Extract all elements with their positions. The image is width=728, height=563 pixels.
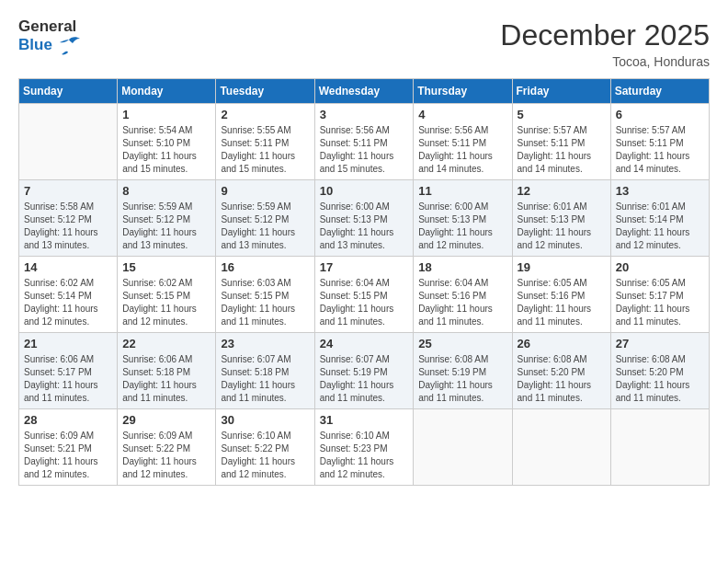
weekday-sunday: Sunday bbox=[19, 79, 118, 104]
day-number: 10 bbox=[320, 184, 409, 198]
day-info: Sunrise: 6:03 AM Sunset: 5:15 PM Dayligh… bbox=[221, 277, 309, 328]
table-row: 19Sunrise: 6:05 AM Sunset: 5:16 PM Dayli… bbox=[512, 257, 610, 333]
table-row: 25Sunrise: 6:08 AM Sunset: 5:19 PM Dayli… bbox=[414, 333, 512, 409]
day-number: 30 bbox=[221, 413, 309, 427]
day-number: 8 bbox=[122, 184, 210, 198]
weekday-saturday: Saturday bbox=[610, 79, 709, 104]
day-info: Sunrise: 6:08 AM Sunset: 5:19 PM Dayligh… bbox=[418, 353, 506, 405]
day-number: 20 bbox=[616, 260, 704, 274]
table-row: 13Sunrise: 6:01 AM Sunset: 5:14 PM Dayli… bbox=[610, 180, 709, 257]
weekday-friday: Friday bbox=[512, 79, 610, 104]
day-number: 29 bbox=[122, 413, 210, 427]
day-number: 13 bbox=[616, 184, 704, 198]
day-number: 25 bbox=[418, 337, 506, 350]
day-info: Sunrise: 5:57 AM Sunset: 5:11 PM Dayligh… bbox=[616, 124, 704, 176]
day-number: 27 bbox=[616, 337, 704, 350]
table-row: 14Sunrise: 6:02 AM Sunset: 5:14 PM Dayli… bbox=[19, 257, 118, 333]
table-row: 24Sunrise: 6:07 AM Sunset: 5:19 PM Dayli… bbox=[314, 333, 414, 409]
month-year-title: December 2025 bbox=[500, 18, 710, 52]
day-number: 15 bbox=[122, 260, 210, 274]
day-info: Sunrise: 5:59 AM Sunset: 5:12 PM Dayligh… bbox=[221, 201, 309, 252]
day-info: Sunrise: 6:02 AM Sunset: 5:14 PM Dayligh… bbox=[24, 277, 112, 328]
day-info: Sunrise: 5:55 AM Sunset: 5:11 PM Dayligh… bbox=[221, 124, 309, 176]
page-header: General Blue December 2025 Tocoa, Hondur… bbox=[18, 18, 710, 69]
day-info: Sunrise: 6:00 AM Sunset: 5:13 PM Dayligh… bbox=[320, 201, 409, 252]
day-number: 12 bbox=[518, 184, 606, 198]
calendar-week-4: 21Sunrise: 6:06 AM Sunset: 5:17 PM Dayli… bbox=[19, 333, 710, 409]
title-block: December 2025 Tocoa, Honduras bbox=[500, 18, 710, 69]
day-info: Sunrise: 6:06 AM Sunset: 5:17 PM Dayligh… bbox=[24, 353, 112, 405]
table-row: 10Sunrise: 6:00 AM Sunset: 5:13 PM Dayli… bbox=[314, 180, 414, 257]
table-row: 7Sunrise: 5:58 AM Sunset: 5:12 PM Daylig… bbox=[19, 180, 118, 257]
table-row: 2Sunrise: 5:55 AM Sunset: 5:11 PM Daylig… bbox=[216, 104, 314, 180]
day-info: Sunrise: 6:05 AM Sunset: 5:17 PM Dayligh… bbox=[616, 277, 704, 328]
day-info: Sunrise: 5:54 AM Sunset: 5:10 PM Dayligh… bbox=[122, 124, 210, 176]
day-number: 7 bbox=[24, 184, 112, 198]
logo-general: General bbox=[18, 18, 76, 36]
day-info: Sunrise: 5:59 AM Sunset: 5:12 PM Dayligh… bbox=[122, 201, 210, 252]
calendar-week-5: 28Sunrise: 6:09 AM Sunset: 5:21 PM Dayli… bbox=[19, 409, 710, 486]
table-row: 28Sunrise: 6:09 AM Sunset: 5:21 PM Dayli… bbox=[19, 409, 118, 486]
day-number: 2 bbox=[221, 108, 309, 121]
weekday-header-row: SundayMondayTuesdayWednesdayThursdayFrid… bbox=[19, 79, 710, 104]
day-info: Sunrise: 6:08 AM Sunset: 5:20 PM Dayligh… bbox=[518, 353, 606, 405]
day-number: 21 bbox=[24, 337, 112, 350]
table-row: 16Sunrise: 6:03 AM Sunset: 5:15 PM Dayli… bbox=[216, 257, 314, 333]
logo-icon: General Blue bbox=[18, 18, 82, 56]
table-row: 4Sunrise: 5:56 AM Sunset: 5:11 PM Daylig… bbox=[414, 104, 512, 180]
day-info: Sunrise: 6:05 AM Sunset: 5:16 PM Dayligh… bbox=[518, 277, 606, 328]
day-info: Sunrise: 6:06 AM Sunset: 5:18 PM Dayligh… bbox=[122, 353, 210, 405]
table-row: 6Sunrise: 5:57 AM Sunset: 5:11 PM Daylig… bbox=[610, 104, 709, 180]
day-number: 23 bbox=[221, 337, 309, 350]
weekday-wednesday: Wednesday bbox=[314, 79, 414, 104]
table-row: 12Sunrise: 6:01 AM Sunset: 5:13 PM Dayli… bbox=[512, 180, 610, 257]
day-number: 11 bbox=[418, 184, 506, 198]
day-number: 16 bbox=[221, 260, 309, 274]
day-info: Sunrise: 6:00 AM Sunset: 5:13 PM Dayligh… bbox=[418, 201, 506, 252]
table-row: 1Sunrise: 5:54 AM Sunset: 5:10 PM Daylig… bbox=[118, 104, 216, 180]
day-number: 18 bbox=[418, 260, 506, 274]
table-row: 31Sunrise: 6:10 AM Sunset: 5:23 PM Dayli… bbox=[314, 409, 414, 486]
day-info: Sunrise: 6:07 AM Sunset: 5:19 PM Dayligh… bbox=[320, 353, 409, 405]
day-number: 31 bbox=[320, 413, 409, 427]
table-row: 11Sunrise: 6:00 AM Sunset: 5:13 PM Dayli… bbox=[414, 180, 512, 257]
day-number: 4 bbox=[418, 108, 506, 121]
calendar-week-2: 7Sunrise: 5:58 AM Sunset: 5:12 PM Daylig… bbox=[19, 180, 710, 257]
table-row: 17Sunrise: 6:04 AM Sunset: 5:15 PM Dayli… bbox=[314, 257, 414, 333]
weekday-monday: Monday bbox=[118, 79, 216, 104]
day-number: 22 bbox=[122, 337, 210, 350]
day-info: Sunrise: 6:09 AM Sunset: 5:21 PM Dayligh… bbox=[24, 430, 112, 481]
day-info: Sunrise: 6:09 AM Sunset: 5:22 PM Dayligh… bbox=[122, 430, 210, 481]
table-row: 15Sunrise: 6:02 AM Sunset: 5:15 PM Dayli… bbox=[118, 257, 216, 333]
day-number: 28 bbox=[24, 413, 112, 427]
table-row: 9Sunrise: 5:59 AM Sunset: 5:12 PM Daylig… bbox=[216, 180, 314, 257]
day-info: Sunrise: 6:07 AM Sunset: 5:18 PM Dayligh… bbox=[221, 353, 309, 405]
day-info: Sunrise: 6:01 AM Sunset: 5:13 PM Dayligh… bbox=[518, 201, 606, 252]
day-info: Sunrise: 5:56 AM Sunset: 5:11 PM Dayligh… bbox=[418, 124, 506, 176]
table-row: 5Sunrise: 5:57 AM Sunset: 5:11 PM Daylig… bbox=[512, 104, 610, 180]
day-info: Sunrise: 6:01 AM Sunset: 5:14 PM Dayligh… bbox=[616, 201, 704, 252]
table-row: 23Sunrise: 6:07 AM Sunset: 5:18 PM Dayli… bbox=[216, 333, 314, 409]
table-row: 3Sunrise: 5:56 AM Sunset: 5:11 PM Daylig… bbox=[314, 104, 414, 180]
table-row bbox=[610, 409, 709, 486]
table-row: 21Sunrise: 6:06 AM Sunset: 5:17 PM Dayli… bbox=[19, 333, 118, 409]
day-number: 26 bbox=[518, 337, 606, 350]
calendar-week-3: 14Sunrise: 6:02 AM Sunset: 5:14 PM Dayli… bbox=[19, 257, 710, 333]
table-row bbox=[512, 409, 610, 486]
calendar-table: SundayMondayTuesdayWednesdayThursdayFrid… bbox=[18, 78, 710, 486]
day-number: 3 bbox=[320, 108, 409, 121]
day-number: 24 bbox=[320, 337, 409, 350]
table-row bbox=[414, 409, 512, 486]
day-info: Sunrise: 5:56 AM Sunset: 5:11 PM Dayligh… bbox=[320, 124, 409, 176]
logo-bird-icon bbox=[56, 36, 82, 56]
day-info: Sunrise: 6:04 AM Sunset: 5:15 PM Dayligh… bbox=[320, 277, 409, 328]
day-info: Sunrise: 6:08 AM Sunset: 5:20 PM Dayligh… bbox=[616, 353, 704, 405]
day-info: Sunrise: 6:04 AM Sunset: 5:16 PM Dayligh… bbox=[418, 277, 506, 328]
location-subtitle: Tocoa, Honduras bbox=[500, 54, 710, 69]
day-number: 17 bbox=[320, 260, 409, 274]
day-info: Sunrise: 6:10 AM Sunset: 5:22 PM Dayligh… bbox=[221, 430, 309, 481]
day-info: Sunrise: 6:10 AM Sunset: 5:23 PM Dayligh… bbox=[320, 430, 409, 481]
day-info: Sunrise: 6:02 AM Sunset: 5:15 PM Dayligh… bbox=[122, 277, 210, 328]
logo: General Blue bbox=[18, 18, 82, 56]
table-row: 8Sunrise: 5:59 AM Sunset: 5:12 PM Daylig… bbox=[118, 180, 216, 257]
